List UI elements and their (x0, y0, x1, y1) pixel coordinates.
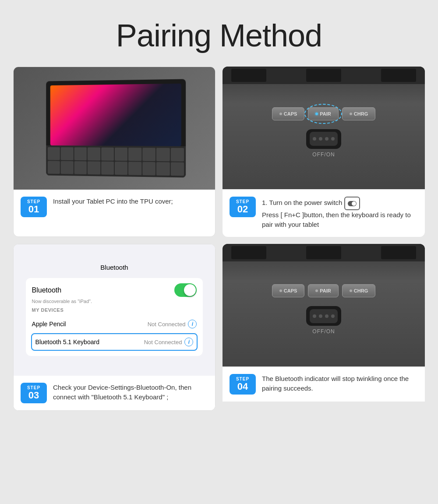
step-02-text: 1. Turn on the power switch Press [ Fn+C… (262, 197, 418, 230)
bumper-left-04 (231, 246, 266, 259)
bumper-mid-04 (306, 246, 341, 259)
step-01-image (14, 67, 215, 190)
toggle-knob (184, 284, 196, 296)
tablet-device (46, 79, 186, 177)
apple-pencil-name: Apple Pencil (32, 321, 66, 328)
step-02-image: CAPS PAIR CHRG (223, 67, 425, 189)
bluetooth-subtitle: Now discoverable as "iPad". (32, 299, 197, 304)
step-01-card: STEP 01 Install your Tablet PC into the … (13, 67, 215, 237)
keyboard-bumpers-02 (223, 67, 425, 84)
power-switch-04 (306, 306, 341, 326)
pair-btn-04: PAIR (308, 284, 338, 297)
power-label-04: OFF/ON (312, 328, 335, 335)
step-04-row: STEP 04 The Bluetooth indicator will sto… (223, 367, 425, 402)
step-03-row: STEP 03 Check your Device-Settings-Bluet… (14, 376, 215, 410)
bluetooth-toggle[interactable] (174, 283, 197, 297)
power-label: OFF/ON (312, 152, 335, 158)
step-03-image: Bluetooth Bluetooth Now discoverable as … (14, 244, 215, 376)
step-03-card: Bluetooth Bluetooth Now discoverable as … (13, 244, 215, 411)
bluetooth-toggle-label: Bluetooth (32, 286, 62, 294)
step-03-number: 03 (28, 390, 39, 401)
bluetooth-keyboard-info-icon[interactable]: i (184, 338, 193, 346)
apple-pencil-info-icon[interactable]: i (188, 320, 197, 328)
step-02-number: 02 (237, 204, 248, 215)
step-01-text: Install your Tablet PC into the TPU cove… (53, 197, 173, 207)
page-title: Pairing Method (116, 18, 322, 53)
step-04-card: CAPS PAIR CHRG (223, 244, 425, 411)
step-04-number: 04 (237, 381, 248, 392)
step-04-text: The Bluetooth indicator will stop twinkl… (262, 374, 418, 394)
bluetooth-toggle-row: Bluetooth (32, 283, 197, 297)
step-01-badge: STEP 01 (21, 197, 47, 217)
apple-pencil-row[interactable]: Apple Pencil Not Connected i (32, 315, 197, 333)
keyboard-back-scene-02: CAPS PAIR CHRG (223, 67, 425, 189)
tablet-keyboard (46, 145, 186, 178)
step-03-badge: STEP 03 (21, 383, 47, 403)
bluetooth-settings-panel: Bluetooth Now discoverable as "iPad". MY… (26, 278, 203, 356)
step-01-row: STEP 01 Install your Tablet PC into the … (14, 190, 215, 224)
bumper-mid (306, 69, 341, 82)
chrg-btn: CHRG (342, 107, 375, 120)
tablet-screen (50, 84, 181, 146)
power-switch-container-04: OFF/ON (306, 306, 341, 335)
bumper-right (381, 69, 416, 82)
pair-btn: PAIR (308, 107, 338, 120)
bumper-left (231, 69, 266, 82)
step-01-number: 01 (28, 204, 39, 215)
power-switch (306, 129, 341, 149)
caps-btn-04: CAPS (272, 284, 305, 297)
bluetooth-keyboard-name: Bluetooth 5.1 Keyboard (35, 338, 99, 345)
tablet-scene (14, 67, 215, 190)
power-inner-04 (310, 309, 338, 323)
step-04-image: CAPS PAIR CHRG (223, 244, 425, 367)
bluetooth-keyboard-row[interactable]: Bluetooth 5.1 Keyboard Not Connected i (31, 333, 198, 351)
step-02-badge: STEP 02 (230, 197, 256, 217)
chrg-btn-04: CHRG (342, 284, 375, 297)
apple-pencil-status-text: Not Connected (148, 321, 186, 328)
power-switch-container: OFF/ON (306, 129, 341, 158)
step-02-card: CAPS PAIR CHRG (223, 67, 425, 237)
keyboard-bumpers-04 (223, 244, 425, 261)
power-inner (310, 132, 338, 146)
my-devices-label: MY DEVICES (32, 307, 197, 313)
bluetooth-keyboard-status: Not Connected i (144, 338, 194, 346)
keyboard-back-scene-04: CAPS PAIR CHRG (223, 244, 425, 367)
step-03-label: STEP (27, 385, 40, 390)
step-04-label: STEP (236, 377, 249, 381)
bluetooth-panel-title: Bluetooth (26, 264, 203, 271)
step-03-text: Check your Device-Settings-Bluetooth-On,… (53, 383, 208, 402)
bluetooth-keyboard-status-text: Not Connected (144, 339, 182, 345)
step-02-row: STEP 02 1. Turn on the power switch Pres… (223, 189, 425, 237)
steps-grid: STEP 01 Install your Tablet PC into the … (0, 67, 438, 424)
apple-pencil-status: Not Connected i (148, 320, 197, 328)
caps-btn: CAPS (272, 107, 305, 120)
bumper-right-04 (381, 246, 416, 259)
step-04-badge: STEP 04 (230, 374, 256, 395)
bluetooth-panel: Bluetooth Bluetooth Now discoverable as … (26, 264, 203, 356)
